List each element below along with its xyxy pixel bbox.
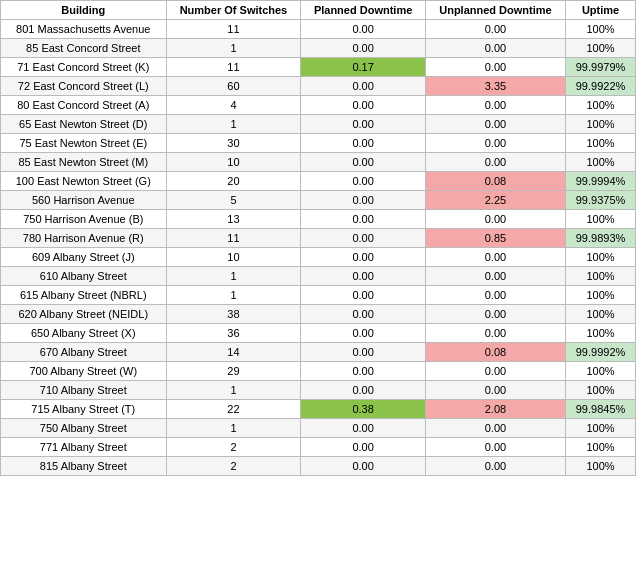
cell-building: 710 Albany Street	[1, 381, 167, 400]
cell-uptime: 99.9845%	[566, 400, 636, 419]
cell-unplanned: 0.00	[425, 20, 565, 39]
cell-uptime: 100%	[566, 286, 636, 305]
cell-switches: 11	[166, 58, 301, 77]
cell-uptime: 100%	[566, 39, 636, 58]
cell-switches: 1	[166, 381, 301, 400]
cell-building: 80 East Concord Street (A)	[1, 96, 167, 115]
cell-planned: 0.17	[301, 58, 426, 77]
table-row: 815 Albany Street20.000.00100%	[1, 457, 636, 476]
cell-planned: 0.00	[301, 381, 426, 400]
cell-planned: 0.00	[301, 286, 426, 305]
cell-uptime: 99.9992%	[566, 343, 636, 362]
cell-unplanned: 0.00	[425, 115, 565, 134]
cell-uptime: 100%	[566, 324, 636, 343]
col-planned: Planned Downtime	[301, 1, 426, 20]
cell-switches: 29	[166, 362, 301, 381]
cell-planned: 0.00	[301, 134, 426, 153]
cell-building: 780 Harrison Avenue (R)	[1, 229, 167, 248]
cell-switches: 1	[166, 39, 301, 58]
cell-uptime: 100%	[566, 153, 636, 172]
table-row: 715 Albany Street (T)220.382.0899.9845%	[1, 400, 636, 419]
cell-switches: 11	[166, 20, 301, 39]
cell-building: 620 Albany Street (NEIDL)	[1, 305, 167, 324]
cell-planned: 0.00	[301, 362, 426, 381]
cell-planned: 0.00	[301, 191, 426, 210]
cell-unplanned: 0.00	[425, 324, 565, 343]
cell-building: 100 East Newton Street (G)	[1, 172, 167, 191]
cell-unplanned: 0.00	[425, 39, 565, 58]
table-row: 710 Albany Street10.000.00100%	[1, 381, 636, 400]
cell-building: 75 East Newton Street (E)	[1, 134, 167, 153]
cell-switches: 1	[166, 115, 301, 134]
table-row: 65 East Newton Street (D)10.000.00100%	[1, 115, 636, 134]
cell-unplanned: 0.85	[425, 229, 565, 248]
cell-building: 72 East Concord Street (L)	[1, 77, 167, 96]
cell-unplanned: 0.08	[425, 172, 565, 191]
cell-uptime: 100%	[566, 381, 636, 400]
cell-planned: 0.00	[301, 153, 426, 172]
table-row: 610 Albany Street10.000.00100%	[1, 267, 636, 286]
cell-switches: 36	[166, 324, 301, 343]
table-row: 71 East Concord Street (K)110.170.0099.9…	[1, 58, 636, 77]
cell-switches: 5	[166, 191, 301, 210]
cell-switches: 10	[166, 153, 301, 172]
cell-unplanned: 0.00	[425, 153, 565, 172]
cell-uptime: 100%	[566, 210, 636, 229]
cell-switches: 1	[166, 419, 301, 438]
cell-unplanned: 0.00	[425, 362, 565, 381]
cell-planned: 0.00	[301, 210, 426, 229]
cell-uptime: 99.9893%	[566, 229, 636, 248]
cell-uptime: 99.9375%	[566, 191, 636, 210]
cell-uptime: 100%	[566, 267, 636, 286]
cell-uptime: 99.9994%	[566, 172, 636, 191]
cell-building: 815 Albany Street	[1, 457, 167, 476]
cell-building: 615 Albany Street (NBRL)	[1, 286, 167, 305]
col-building: Building	[1, 1, 167, 20]
cell-planned: 0.38	[301, 400, 426, 419]
cell-unplanned: 0.00	[425, 286, 565, 305]
cell-uptime: 100%	[566, 115, 636, 134]
cell-planned: 0.00	[301, 324, 426, 343]
table-row: 85 East Concord Street10.000.00100%	[1, 39, 636, 58]
cell-building: 65 East Newton Street (D)	[1, 115, 167, 134]
cell-uptime: 100%	[566, 305, 636, 324]
table-row: 100 East Newton Street (G)200.000.0899.9…	[1, 172, 636, 191]
cell-unplanned: 0.00	[425, 381, 565, 400]
cell-uptime: 100%	[566, 362, 636, 381]
cell-uptime: 99.9979%	[566, 58, 636, 77]
cell-planned: 0.00	[301, 457, 426, 476]
cell-building: 715 Albany Street (T)	[1, 400, 167, 419]
cell-planned: 0.00	[301, 229, 426, 248]
cell-switches: 13	[166, 210, 301, 229]
cell-planned: 0.00	[301, 343, 426, 362]
cell-planned: 0.00	[301, 115, 426, 134]
cell-unplanned: 0.00	[425, 58, 565, 77]
cell-building: 85 East Concord Street	[1, 39, 167, 58]
cell-uptime: 100%	[566, 134, 636, 153]
cell-planned: 0.00	[301, 20, 426, 39]
cell-planned: 0.00	[301, 267, 426, 286]
table-row: 700 Albany Street (W)290.000.00100%	[1, 362, 636, 381]
cell-building: 560 Harrison Avenue	[1, 191, 167, 210]
cell-switches: 38	[166, 305, 301, 324]
cell-unplanned: 0.00	[425, 248, 565, 267]
cell-building: 71 East Concord Street (K)	[1, 58, 167, 77]
table-row: 620 Albany Street (NEIDL)380.000.00100%	[1, 305, 636, 324]
cell-building: 610 Albany Street	[1, 267, 167, 286]
cell-unplanned: 0.00	[425, 96, 565, 115]
cell-building: 650 Albany Street (X)	[1, 324, 167, 343]
cell-unplanned: 0.00	[425, 457, 565, 476]
cell-planned: 0.00	[301, 305, 426, 324]
cell-unplanned: 0.00	[425, 210, 565, 229]
table-row: 801 Massachusetts Avenue110.000.00100%	[1, 20, 636, 39]
cell-switches: 4	[166, 96, 301, 115]
cell-switches: 22	[166, 400, 301, 419]
cell-building: 750 Harrison Avenue (B)	[1, 210, 167, 229]
cell-switches: 1	[166, 267, 301, 286]
cell-switches: 10	[166, 248, 301, 267]
cell-unplanned: 0.00	[425, 134, 565, 153]
cell-switches: 1	[166, 286, 301, 305]
cell-building: 609 Albany Street (J)	[1, 248, 167, 267]
table-row: 75 East Newton Street (E)300.000.00100%	[1, 134, 636, 153]
cell-unplanned: 0.08	[425, 343, 565, 362]
